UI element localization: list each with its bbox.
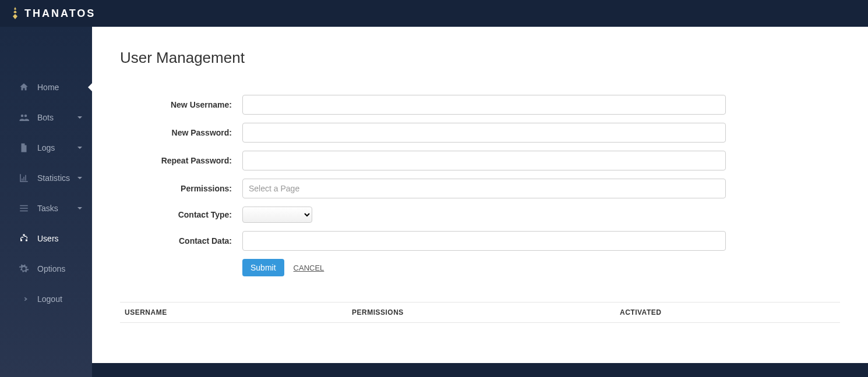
submit-button[interactable]: Submit (242, 259, 284, 276)
sidebar-item-label: Options (37, 264, 83, 273)
contact-type-select[interactable] (242, 207, 312, 223)
brand-icon (10, 6, 20, 20)
cancel-button[interactable]: CANCEL (294, 264, 324, 272)
topbar: THANATOS (0, 0, 868, 27)
sidebar-item-label: Users (37, 234, 83, 243)
repeat-password-input[interactable] (242, 151, 726, 170)
bar-chart-icon (19, 173, 29, 183)
home-icon (19, 82, 29, 93)
sidebar-item-label: Statistics (37, 173, 77, 183)
chevron-down-icon (77, 205, 83, 211)
sitemap-icon (19, 233, 29, 244)
file-icon (19, 143, 29, 153)
th-activated: ACTIVATED (615, 303, 840, 323)
sidebar-item-logout[interactable]: Logout (0, 284, 92, 314)
sidebar-item-statistics[interactable]: Statistics (0, 163, 92, 193)
sidebar-item-logs[interactable]: Logs (0, 133, 92, 163)
user-form: New Username: New Password: Repeat Passw… (120, 95, 726, 276)
gear-icon (19, 264, 29, 274)
th-permissions: PERMISSIONS (347, 303, 615, 323)
new-username-input[interactable] (242, 95, 726, 115)
label-permissions: Permissions: (120, 184, 242, 193)
tasks-icon (19, 203, 29, 214)
sidebar-item-label: Logout (37, 294, 83, 304)
label-new-password: New Password: (120, 128, 242, 137)
logout-icon (19, 294, 29, 304)
brand-text: THANATOS (24, 8, 96, 20)
sidebar-item-label: Home (37, 83, 83, 92)
sidebar-item-label: Logs (37, 143, 77, 152)
chevron-down-icon (77, 175, 83, 181)
main-panel: User Management New Username: New Passwo… (92, 27, 868, 363)
sidebar-item-label: Tasks (37, 204, 77, 213)
sidebar-item-tasks[interactable]: Tasks (0, 193, 92, 223)
sidebar-item-label: Bots (37, 113, 77, 122)
brand[interactable]: THANATOS (10, 6, 96, 20)
sidebar: Home Bots Logs (0, 27, 92, 377)
permissions-input[interactable] (242, 179, 726, 198)
sidebar-item-users[interactable]: Users (0, 223, 92, 254)
chevron-down-icon (77, 115, 83, 120)
users-table: USERNAME PERMISSIONS ACTIVATED (120, 302, 840, 323)
users-group-icon (19, 112, 29, 123)
label-repeat-password: Repeat Password: (120, 156, 242, 165)
th-username: USERNAME (120, 303, 347, 323)
contact-data-input[interactable] (242, 231, 726, 251)
page-title: User Management (120, 49, 840, 67)
new-password-input[interactable] (242, 123, 726, 143)
sidebar-item-bots[interactable]: Bots (0, 102, 92, 133)
sidebar-item-home[interactable]: Home (0, 72, 92, 102)
label-contact-type: Contact Type: (120, 210, 242, 219)
label-contact-data: Contact Data: (120, 236, 242, 246)
sidebar-item-options[interactable]: Options (0, 254, 92, 284)
label-new-username: New Username: (120, 100, 242, 109)
chevron-down-icon (77, 145, 83, 151)
